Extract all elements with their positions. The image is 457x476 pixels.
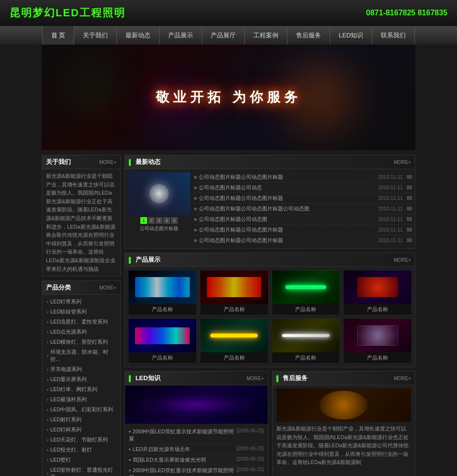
- nav-item-contact[interactable]: 联系我们: [372, 26, 415, 45]
- sidebar: 关于我们 MORE+ 新光源&新能源行业是个朝阳产业，其增长速度之快可以说是极为…: [42, 155, 121, 476]
- category-item[interactable]: ›LED最顶杆系列: [42, 395, 120, 405]
- led-item-2: •LED开启新光源市场元年 [2009-06-25]: [129, 444, 264, 455]
- product-item-5[interactable]: 产品名称: [128, 318, 197, 364]
- sidebar-categories-title: 产品分类: [46, 283, 71, 292]
- news-link[interactable]: 公司动态图片标题公司动态图片标题: [199, 195, 283, 202]
- category-item[interactable]: ›LED天花灯、节能灯系列: [42, 435, 120, 445]
- news-item-left: 公司动态图片标题公司动态图片标题: [194, 237, 378, 244]
- product-item-6[interactable]: 产品名称: [200, 318, 269, 364]
- product-item-3[interactable]: 产品名称: [272, 270, 341, 315]
- led-link-2[interactable]: •LED开启新光源市场元年: [129, 446, 190, 453]
- led-link-1[interactable]: •2009中国LED荧虹显示技术新能源节能照明展: [129, 428, 237, 442]
- news-count: 88: [407, 196, 412, 201]
- phone-number: 0871-8167825 8167835: [366, 9, 447, 17]
- product-item-1[interactable]: 产品名称: [128, 270, 197, 315]
- nav-item-service[interactable]: 售后服务: [287, 26, 330, 45]
- news-caption: 公司动态图片标题: [128, 225, 190, 232]
- category-item[interactable]: ›LED显示屏系列: [42, 374, 120, 384]
- category-item[interactable]: ›LED模块灯、异型灯系列: [42, 337, 120, 347]
- category-item[interactable]: ›LED流星灯、柔性管系列: [42, 317, 120, 327]
- after-sales-title-bar: [276, 375, 278, 382]
- news-date: 2010-11-11: [378, 196, 403, 201]
- nav-item-about[interactable]: 关于我们: [74, 26, 117, 45]
- prod-glow-yellow: [210, 334, 258, 337]
- nav-item-cases[interactable]: 工程案例: [245, 26, 287, 45]
- cat-arrow-icon: ›: [47, 387, 48, 392]
- news-date: 2010-11-11: [378, 174, 403, 180]
- product-item-8[interactable]: 产品名称: [343, 318, 412, 364]
- nav-item-showroom[interactable]: 产品展厅: [202, 26, 245, 45]
- news-meta: 2010-11-11 88: [378, 174, 412, 180]
- prod-glow-dragon: [357, 277, 398, 297]
- sidebar-about: 关于我们 MORE+ 新光源&新能源行业是个朝阳产业，其增长速度之快可以说是极为…: [42, 155, 121, 277]
- pager-dot-1[interactable]: 1: [140, 217, 147, 224]
- category-item[interactable]: ›环境支压器、防水箱、时控...: [42, 347, 120, 364]
- category-item[interactable]: ›LED灯杯系列: [42, 425, 120, 435]
- led-bullet-3: •: [129, 457, 131, 463]
- news-dot-icon: [194, 176, 197, 179]
- news-item: 公司动态图片标题公司动态图片标题 2010-11-11 88: [194, 172, 412, 183]
- after-sales-more[interactable]: MORE+: [394, 376, 411, 381]
- category-item[interactable]: ›LED射灯系列: [42, 415, 120, 425]
- news-link[interactable]: 公司动态图片标题公司动态图片标题公司动态图: [199, 205, 309, 212]
- news-count: 88: [407, 174, 412, 180]
- nav-item-news[interactable]: 最新动态: [117, 26, 160, 45]
- led-link-4[interactable]: •2009中国LED荧虹显示技术新能源节能照明展: [129, 467, 237, 476]
- category-item[interactable]: ›LED软硅管系列: [42, 307, 120, 317]
- cat-arrow-icon: ›: [47, 320, 48, 325]
- banner-text: 敬业开拓 为你服务: [156, 88, 301, 106]
- products-more[interactable]: MORE+: [394, 257, 411, 263]
- navigation: 首 页 关于我们 最新动态 产品展示 产品展厅 工程案例 售后服务 LED知识 …: [0, 26, 457, 45]
- product-item-4[interactable]: 产品名称: [343, 270, 412, 315]
- pager-dot-3[interactable]: 3: [156, 217, 162, 224]
- product-thumb-2: [200, 270, 268, 304]
- product-name-8: 产品名称: [343, 352, 411, 363]
- category-item[interactable]: ›LED投光灯、射灯: [42, 445, 120, 455]
- news-link[interactable]: 公司动态图片标题公司动态图片标题: [199, 237, 283, 244]
- news-link[interactable]: 公司动态图片标题公司动态: [199, 184, 262, 191]
- sidebar-about-title: 关于我们: [46, 158, 71, 166]
- news-section: 最新动态 MORE+ 1 2 3 4 5: [125, 155, 415, 249]
- led-knowledge-list: •2009中国LED荧虹显示技术新能源节能照明展 [2009-06-25] •L…: [125, 424, 268, 476]
- category-item[interactable]: ›LED灯带系列: [42, 297, 120, 307]
- nav-item-products[interactable]: 产品展示: [160, 26, 202, 45]
- led-title-bar: [129, 375, 131, 382]
- category-item[interactable]: ›LED室外射灯、普通投光灯系...: [42, 465, 120, 476]
- news-more[interactable]: MORE+: [394, 160, 411, 165]
- nav-item-led-knowledge[interactable]: LED知识: [330, 26, 372, 45]
- news-thumbnail: [128, 172, 190, 215]
- category-item[interactable]: ›LED点光源系列: [42, 327, 120, 337]
- news-date: 2010-11-11: [378, 185, 403, 190]
- sidebar-about-more[interactable]: MORE+: [99, 160, 116, 165]
- news-link[interactable]: 公司动态图片标题公司动态图片标题: [199, 226, 283, 233]
- pager-dot-4[interactable]: 4: [163, 217, 170, 224]
- pager-dot-5[interactable]: 5: [171, 217, 178, 224]
- sidebar-categories-more[interactable]: MORE+: [99, 285, 116, 290]
- category-item[interactable]: ›开关电源系列: [42, 364, 120, 374]
- news-count: 88: [407, 238, 412, 243]
- after-sales-header: 售后服务 MORE+: [273, 372, 415, 385]
- news-date: 2010-11-11: [378, 206, 403, 211]
- pager-dot-2[interactable]: 2: [148, 217, 155, 224]
- led-link-3[interactable]: •我国LED大显示屏前途俊光光明: [129, 456, 206, 464]
- banner: 敬业开拓 为你服务: [42, 45, 415, 150]
- product-item-7[interactable]: 产品名称: [272, 318, 341, 364]
- news-count: 88: [407, 206, 412, 211]
- product-item-2[interactable]: 产品名称: [200, 270, 269, 315]
- news-dot-icon: [194, 197, 197, 200]
- news-header: 最新动态 MORE+: [125, 155, 415, 169]
- led-knowledge-image: [125, 385, 268, 424]
- product-name-6: 产品名称: [200, 352, 268, 363]
- led-knowledge-more[interactable]: MORE+: [247, 376, 264, 381]
- news-link[interactable]: 公司动态图片标题公司动态图片标题: [199, 174, 283, 181]
- nav-item-home[interactable]: 首 页: [42, 26, 75, 45]
- cat-arrow-icon: ›: [47, 438, 48, 442]
- led-glow: [139, 393, 253, 416]
- led-date-1: [2009-06-25]: [237, 428, 264, 442]
- category-item[interactable]: ›LED中国风、幻彩彩灯系列: [42, 405, 120, 415]
- category-item[interactable]: ›LED灯串、网灯系列: [42, 384, 120, 395]
- products-header: 产品展示 MORE+: [125, 253, 415, 267]
- category-item[interactable]: ›LED壁灯: [42, 455, 120, 465]
- sidebar-categories-header: 产品分类 MORE+: [42, 281, 120, 295]
- news-link[interactable]: 公司动态图片标题公司动态图: [199, 216, 267, 223]
